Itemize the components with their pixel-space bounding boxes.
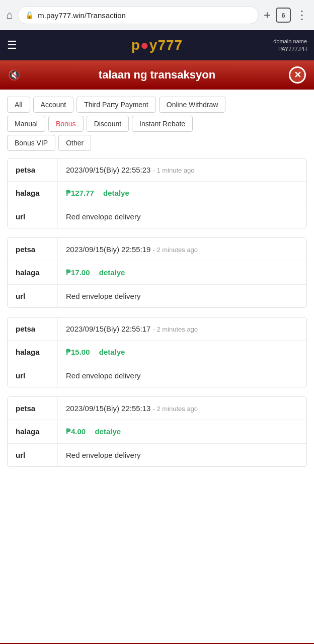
modal-header: 🔇 talaan ng transaksyon ✕ xyxy=(0,60,314,90)
url-label: url xyxy=(8,205,58,228)
filter-third-party[interactable]: Third Party Payment xyxy=(76,97,156,113)
url-value: Red envelope delivery xyxy=(58,285,306,307)
petsa-value: 2023/09/15(Biy) 22:55:19- 2 minutes ago xyxy=(58,238,306,261)
time-ago: - 1 minute ago xyxy=(152,167,194,174)
close-button[interactable]: ✕ xyxy=(289,66,306,84)
site-logo: p●y777 xyxy=(131,37,183,53)
halaga-value: ₱17.00 detalye xyxy=(58,261,306,284)
transaction-date-row: petsa 2023/09/15(Biy) 22:55:17- 2 minute… xyxy=(8,317,306,341)
top-nav: ☰ p●y777 domain name PAY777.PH xyxy=(0,30,314,60)
transaction-url-row: url Red envelope delivery xyxy=(8,444,306,466)
petsa-value: 2023/09/15(Biy) 22:55:13- 2 minutes ago xyxy=(58,397,306,420)
halaga-value: ₱15.00 detalye xyxy=(58,341,306,364)
filter-instant-rebate[interactable]: Instant Rebate xyxy=(132,116,193,132)
filter-account[interactable]: Account xyxy=(33,97,74,113)
filter-manual[interactable]: Manual xyxy=(7,116,45,132)
petsa-label: petsa xyxy=(8,238,58,261)
transaction-card: petsa 2023/09/15(Biy) 22:55:19- 2 minute… xyxy=(7,237,307,308)
filter-discount[interactable]: Discount xyxy=(87,116,129,132)
detalye-link[interactable]: detalye xyxy=(103,189,129,197)
domain-info: domain name PAY777.PH xyxy=(273,38,307,53)
halaga-value: ₱4.00 detalye xyxy=(58,420,306,443)
detalye-link[interactable]: detalye xyxy=(99,348,125,356)
petsa-label: petsa xyxy=(8,397,58,420)
time-ago: - 2 minutes ago xyxy=(152,246,198,254)
halaga-label: halaga xyxy=(8,182,58,205)
url-bar[interactable]: 🔒 m.pay777.win/Transaction xyxy=(18,6,259,24)
url-value: Red envelope delivery xyxy=(58,364,306,387)
url-text: m.pay777.win/Transaction xyxy=(38,11,126,20)
transaction-card: petsa 2023/09/15(Biy) 22:55:23- 1 minute… xyxy=(7,158,307,228)
transaction-amount-row: halaga ₱15.00 detalye xyxy=(8,341,306,364)
browser-menu-icon[interactable]: ⋮ xyxy=(296,8,308,22)
url-value: Red envelope delivery xyxy=(58,444,306,466)
transaction-amount-row: halaga ₱127.77 detalye xyxy=(8,182,306,205)
transaction-amount-row: halaga ₱17.00 detalye xyxy=(8,261,306,285)
transaction-date-row: petsa 2023/09/15(Biy) 22:55:13- 2 minute… xyxy=(8,397,306,420)
halaga-value: ₱127.77 detalye xyxy=(58,182,306,205)
halaga-label: halaga xyxy=(8,420,58,443)
add-tab-icon[interactable]: + xyxy=(264,8,271,22)
halaga-label: halaga xyxy=(8,261,58,284)
transaction-url-row: url Red envelope delivery xyxy=(8,364,306,387)
hamburger-icon[interactable]: ☰ xyxy=(7,39,17,52)
filter-row-1: All Account Third Party Payment Online W… xyxy=(7,97,307,113)
url-label: url xyxy=(8,444,58,466)
url-label: url xyxy=(8,285,58,307)
transaction-url-row: url Red envelope delivery xyxy=(8,205,306,228)
url-label: url xyxy=(8,364,58,387)
petsa-value: 2023/09/15(Biy) 22:55:17- 2 minutes ago xyxy=(58,317,306,340)
logo-text: p●y777 xyxy=(131,37,183,53)
filter-bonus-vip[interactable]: Bonus VIP xyxy=(7,135,55,151)
home-icon[interactable]: ⌂ xyxy=(6,9,13,22)
transaction-date-row: petsa 2023/09/15(Biy) 22:55:23- 1 minute… xyxy=(8,158,306,182)
filter-row-2: Manual Bonus Discount Instant Rebate xyxy=(7,116,307,132)
petsa-label: petsa xyxy=(8,158,58,181)
filter-row-3: Bonus VIP Other xyxy=(7,135,307,151)
transactions-container: petsa 2023/09/15(Biy) 22:55:23- 1 minute… xyxy=(7,158,307,467)
browser-chrome: ⌂ 🔒 m.pay777.win/Transaction + 6 ⋮ xyxy=(0,0,314,30)
halaga-label: halaga xyxy=(8,341,58,364)
petsa-value: 2023/09/15(Biy) 22:55:23- 1 minute ago xyxy=(58,158,306,181)
transaction-amount-row: halaga ₱4.00 detalye xyxy=(8,420,306,444)
transaction-date-row: petsa 2023/09/15(Biy) 22:55:19- 2 minute… xyxy=(8,238,306,261)
filter-section: All Account Third Party Payment Online W… xyxy=(7,97,307,151)
lock-icon: 🔒 xyxy=(25,11,34,19)
filter-all[interactable]: All xyxy=(7,97,30,113)
domain-label: domain name xyxy=(273,38,307,45)
detalye-link[interactable]: detalye xyxy=(99,268,125,277)
detalye-link[interactable]: detalye xyxy=(95,427,121,436)
tab-count-badge[interactable]: 6 xyxy=(276,8,291,23)
modal-title: talaan ng transaksyon xyxy=(99,68,215,82)
domain-value: PAY777.PH xyxy=(273,45,307,53)
petsa-label: petsa xyxy=(8,317,58,340)
transaction-card: petsa 2023/09/15(Biy) 22:55:17- 2 minute… xyxy=(7,317,307,387)
content-area: All Account Third Party Payment Online W… xyxy=(0,90,314,643)
time-ago: - 2 minutes ago xyxy=(152,326,198,333)
speaker-icon: 🔇 xyxy=(8,69,21,81)
transaction-card: petsa 2023/09/15(Biy) 22:55:13- 2 minute… xyxy=(7,396,307,467)
filter-online-withdraw[interactable]: Online Withdraw xyxy=(159,97,226,113)
filter-other[interactable]: Other xyxy=(58,135,91,151)
time-ago: - 2 minutes ago xyxy=(152,405,198,413)
transaction-url-row: url Red envelope delivery xyxy=(8,285,306,307)
url-value: Red envelope delivery xyxy=(58,205,306,228)
filter-bonus[interactable]: Bonus xyxy=(48,116,84,132)
